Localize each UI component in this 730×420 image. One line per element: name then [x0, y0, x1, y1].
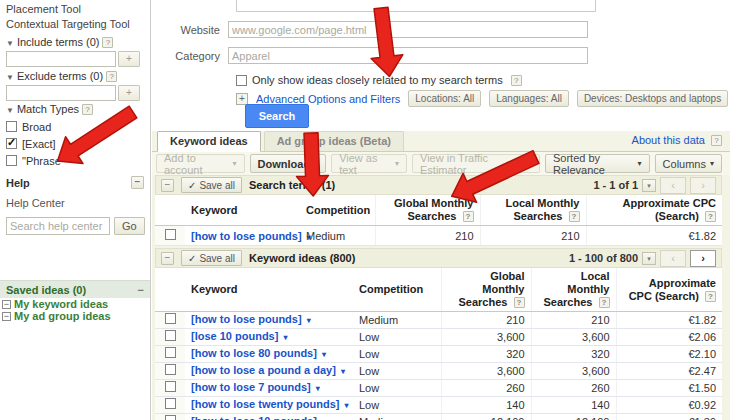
help-icon[interactable]: ?	[102, 37, 113, 48]
keyword-link[interactable]: [how to lose 80 pounds] ▾	[191, 347, 326, 359]
website-input[interactable]	[228, 21, 588, 38]
help-icon[interactable]: ?	[82, 104, 93, 115]
save-all-button[interactable]: ✓Save all	[181, 250, 242, 266]
add-include-term-button[interactable]: +	[118, 51, 140, 67]
collapse-section-icon[interactable]: −	[161, 179, 174, 192]
category-input[interactable]	[228, 47, 588, 64]
column-header-competition[interactable]: Competition	[353, 268, 441, 312]
collapse-saved-ideas-icon[interactable]: −	[138, 284, 144, 296]
match-types-header[interactable]: ▼Match Types?	[6, 103, 144, 115]
related-terms-checkbox[interactable]	[236, 75, 247, 86]
columns-button[interactable]: Columns▾	[655, 154, 722, 173]
row-checkbox[interactable]	[165, 313, 176, 324]
broad-checkbox[interactable]	[6, 121, 17, 132]
devices-filter-button[interactable]: Devices: Desktops and laptops	[577, 90, 728, 107]
save-all-button[interactable]: ✓Save all	[181, 177, 242, 193]
help-icon[interactable]: ?	[569, 211, 580, 222]
keyword-link[interactable]: [how to lose 10 pounds] ▾	[191, 415, 326, 420]
exclude-terms-input[interactable]	[6, 85, 116, 101]
row-checkbox[interactable]	[165, 381, 176, 392]
global-monthly-value: 260	[441, 380, 531, 397]
caret-down-icon[interactable]: ▾	[307, 316, 311, 325]
section-title: Keyword ideas (800)	[249, 252, 355, 264]
help-icon[interactable]: ?	[106, 71, 117, 82]
pagination-range: 1 - 1 of 1	[593, 179, 638, 191]
help-icon[interactable]: ?	[463, 211, 474, 222]
row-checkbox[interactable]	[165, 364, 176, 375]
locations-filter-button[interactable]: Locations: All	[408, 90, 481, 107]
caret-down-icon[interactable]: ▾	[341, 367, 345, 376]
caret-down-icon[interactable]: ▾	[283, 333, 287, 342]
row-checkbox[interactable]	[165, 415, 176, 420]
include-terms-header[interactable]: ▼Include terms (0)?	[6, 36, 144, 48]
table-header-row: Keyword Competition Global Monthly Searc…	[155, 268, 722, 312]
my-keyword-ideas-link[interactable]: My keyword ideas	[14, 298, 108, 310]
my-ad-group-ideas-link[interactable]: My ad group ideas	[14, 310, 111, 322]
column-header-keyword[interactable]: Keyword	[185, 195, 300, 226]
caret-down-icon[interactable]: ▾	[345, 401, 349, 410]
collapse-section-icon[interactable]: −	[161, 252, 174, 265]
keyword-link[interactable]: [how to lose a pound a day] ▾	[191, 364, 345, 376]
help-icon[interactable]: ?	[705, 211, 716, 222]
help-icon[interactable]: ?	[511, 75, 522, 86]
exclude-terms-header[interactable]: ▼Exclude terms (0)?	[6, 70, 144, 82]
help-icon[interactable]: ?	[514, 297, 525, 308]
add-to-account-button[interactable]: Add to account▾	[156, 154, 245, 173]
keywords-textarea[interactable]	[236, 0, 596, 12]
go-button[interactable]: Go	[114, 217, 145, 235]
column-header-local-monthly[interactable]: Local Monthly Searches ?	[480, 195, 586, 226]
search-button[interactable]: Search	[245, 104, 309, 128]
about-this-data-link[interactable]: About this data	[632, 134, 705, 146]
column-header-local-monthly[interactable]: Local Monthly Searches ?	[531, 268, 616, 312]
keyword-link[interactable]: [how to lose pounds] ▾	[191, 313, 311, 325]
check-icon: ✓	[188, 253, 196, 264]
help-icon[interactable]: ?	[599, 297, 610, 308]
keyword-link[interactable]: [how to lose pounds] ▾	[191, 230, 311, 242]
caret-down-icon[interactable]: ▾	[316, 384, 320, 393]
view-in-traffic-estimator-button[interactable]: View in Traffic Estimator▾	[412, 154, 540, 173]
next-page-button[interactable]: ›	[690, 177, 716, 194]
row-checkbox[interactable]	[165, 398, 176, 409]
tab-keyword-ideas[interactable]: Keyword ideas	[157, 131, 261, 152]
help-search-input[interactable]	[6, 217, 110, 235]
row-checkbox[interactable]	[165, 229, 176, 240]
page-size-dropdown[interactable]: ▾	[642, 179, 656, 192]
add-exclude-term-button[interactable]: +	[118, 85, 140, 101]
keyword-link[interactable]: [lose 10 pounds] ▾	[191, 330, 287, 342]
column-header-global-monthly[interactable]: Global Monthly Searches ?	[441, 268, 531, 312]
view-as-text-button[interactable]: View as text▾	[331, 154, 407, 173]
column-header-global-monthly[interactable]: Global Monthly Searches ?	[375, 195, 480, 226]
tab-ad-group-ideas[interactable]: Ad group ideas (Beta)	[264, 131, 404, 151]
row-checkbox[interactable]	[165, 347, 176, 358]
collapse-help-icon[interactable]: −	[131, 176, 144, 189]
keyword-link[interactable]: [how to lose 7 pounds] ▾	[191, 381, 320, 393]
tree-collapse-icon[interactable]: −	[2, 300, 11, 309]
next-page-button[interactable]: ›	[690, 250, 716, 267]
tree-collapse-icon[interactable]: −	[2, 312, 11, 321]
include-terms-input[interactable]	[6, 51, 116, 67]
prev-page-button[interactable]: ‹	[660, 250, 686, 267]
column-header-approx-cpc[interactable]: Approximate CPC (Search) ?	[616, 268, 722, 312]
exact-checkbox[interactable]: ✓	[6, 138, 17, 149]
download-button[interactable]: Download▾	[250, 154, 327, 173]
sidebar-item-contextual-targeting-tool[interactable]: Contextual Targeting Tool	[6, 17, 144, 32]
saved-ideas-section: Saved ideas (0) − − My keyword ideas − M…	[0, 280, 150, 322]
expand-advanced-icon[interactable]: +	[236, 93, 248, 105]
sorted-by-button[interactable]: Sorted by Relevance▾	[545, 154, 650, 173]
caret-down-icon[interactable]: ▾	[322, 350, 326, 359]
table-row: [how to lose pounds] ▾ Medium 210 210 €1…	[155, 226, 722, 246]
help-center-link[interactable]: Help Center	[6, 197, 144, 209]
page-size-dropdown[interactable]: ▾	[642, 252, 656, 265]
prev-page-button[interactable]: ‹	[660, 177, 686, 194]
row-checkbox[interactable]	[165, 330, 176, 341]
help-icon[interactable]: ?	[705, 291, 716, 302]
help-icon[interactable]: ?	[711, 135, 722, 146]
keyword-link[interactable]: [how to lose twenty pounds] ▾	[191, 398, 349, 410]
phrase-checkbox[interactable]	[6, 155, 17, 166]
advanced-options-link[interactable]: Advanced Options and Filters	[256, 93, 400, 105]
languages-filter-button[interactable]: Languages: All	[489, 90, 569, 107]
sidebar-item-placement-tool[interactable]: Placement Tool	[6, 2, 144, 17]
column-header-approx-cpc[interactable]: Approximate CPC (Search) ?	[586, 195, 722, 226]
column-header-keyword[interactable]: Keyword	[185, 268, 353, 312]
column-header-competition[interactable]: Competition	[300, 195, 375, 226]
